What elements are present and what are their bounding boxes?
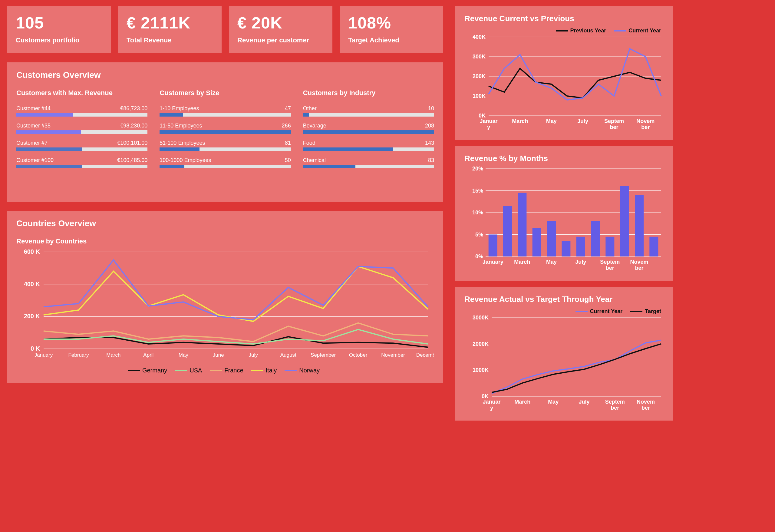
chart-subtitle: Revenue by Countries	[16, 237, 434, 245]
legend-label: Current Year	[629, 28, 661, 34]
bar-value: 50	[285, 157, 291, 163]
svg-text:Januar: Januar	[480, 118, 498, 124]
svg-text:June: June	[213, 352, 224, 358]
bar-label: 1-10 Employees	[159, 105, 199, 112]
legend-label: Germany	[142, 367, 167, 374]
bar-value: €86,723.00	[120, 105, 147, 112]
svg-text:0K: 0K	[479, 113, 486, 119]
svg-rect-51	[518, 193, 527, 256]
customers-overview-panel: Customers Overview Customers with Max. R…	[7, 62, 443, 202]
svg-text:y: y	[490, 405, 493, 411]
bar-value: 208	[425, 123, 434, 129]
bar-row: Customer #44€86,723.00	[16, 105, 147, 117]
bar-value: €100,101.00	[117, 140, 147, 146]
bar-value: 83	[428, 157, 434, 163]
section-title: Customers by Industry	[303, 89, 434, 97]
bar-track	[159, 147, 291, 151]
bar-label: 100-1000 Employees	[159, 157, 211, 163]
panel-title: Revenue Actual vs Target Through Year	[465, 295, 664, 304]
kpi-value: 105	[16, 13, 102, 32]
svg-rect-58	[620, 186, 629, 256]
bar-label: Customer #35	[16, 123, 51, 129]
svg-text:December: December	[416, 352, 434, 358]
bar-track	[16, 165, 147, 168]
svg-text:ber: ber	[641, 124, 650, 130]
svg-text:20%: 20%	[472, 166, 483, 172]
svg-text:200K: 200K	[473, 73, 486, 79]
legend-label: Previous Year	[570, 28, 606, 34]
revenue-pct-by-months-panel: Revenue % by Months 0%5%10%15%20%January…	[455, 146, 673, 281]
svg-text:July: July	[575, 259, 586, 265]
bar-track	[16, 130, 147, 134]
legend-item: Previous Year	[556, 28, 606, 34]
bar-label: 51-100 Employees	[159, 140, 205, 146]
svg-text:100K: 100K	[473, 93, 486, 99]
legend-label: Norway	[299, 367, 320, 374]
svg-text:March: March	[514, 399, 530, 405]
svg-text:ber: ber	[635, 265, 643, 271]
legend-swatch	[614, 30, 626, 31]
svg-rect-52	[533, 228, 541, 256]
svg-text:January: January	[34, 352, 53, 358]
legend-item: Germany	[128, 367, 167, 374]
svg-text:ber: ber	[610, 124, 619, 130]
kpi-value: € 20K	[237, 13, 324, 32]
svg-text:May: May	[546, 259, 557, 265]
bar-fill	[303, 165, 355, 168]
legend-item: Current Year	[576, 308, 623, 315]
bar-label: 11-50 Employees	[159, 123, 202, 129]
bar-row: 51-100 Employees81	[159, 140, 291, 151]
svg-text:0K: 0K	[482, 393, 489, 399]
svg-text:300K: 300K	[473, 54, 486, 60]
svg-rect-57	[606, 237, 614, 256]
svg-text:Januar: Januar	[483, 399, 501, 405]
revenue-current-vs-previous-panel: Revenue Current vs Previous Previous Yea…	[455, 6, 673, 140]
revenue-actual-vs-target-panel: Revenue Actual vs Target Through Year Cu…	[455, 287, 673, 421]
bar-track	[16, 147, 147, 151]
kpi-revenue-per-customer: € 20K Revenue per customer	[229, 6, 332, 53]
bar-fill	[303, 130, 434, 134]
svg-text:y: y	[487, 124, 490, 130]
svg-text:0 K: 0 K	[31, 345, 40, 352]
svg-text:July: July	[249, 352, 258, 358]
kpi-label: Revenue per customer	[237, 36, 324, 44]
bar-label: Food	[303, 140, 315, 146]
bar-track	[303, 130, 434, 134]
legend-item: Target	[630, 308, 661, 315]
countries-overview-panel: Countries Overview Revenue by Countries …	[7, 211, 443, 383]
svg-rect-56	[591, 221, 600, 256]
bar-row: Customer #7€100,101.00	[16, 140, 147, 151]
legend-item: Italy	[251, 367, 277, 374]
bar-fill	[159, 113, 183, 117]
section-title: Customers with Max. Revenue	[16, 89, 147, 97]
bar-track	[159, 130, 291, 134]
svg-text:August: August	[280, 352, 296, 358]
bar-value: 81	[285, 140, 291, 146]
bar-label: Other	[303, 105, 317, 112]
svg-text:May: May	[546, 118, 557, 124]
legend-item: Current Year	[614, 28, 661, 34]
svg-rect-59	[635, 195, 644, 256]
legend-swatch	[576, 311, 588, 312]
bar-fill	[159, 147, 199, 151]
svg-text:3000K: 3000K	[473, 315, 489, 321]
svg-text:May: May	[179, 352, 189, 358]
revenue-by-countries-chart: 0 K200 K400 K600 KJanuaryFebruaryMarchAp…	[16, 249, 434, 364]
svg-text:Septem: Septem	[604, 118, 624, 124]
panel-title: Customers Overview	[16, 70, 434, 80]
svg-rect-53	[547, 221, 556, 256]
svg-text:Novem: Novem	[630, 259, 648, 265]
bar-track	[159, 113, 291, 117]
legend-swatch	[210, 370, 222, 371]
panel-title: Revenue Current vs Previous	[465, 14, 664, 23]
revenue-actual-vs-target-chart: 0K1000K2000K3000KJanuaryMarchMayJulySept…	[465, 315, 664, 415]
legend-swatch	[630, 311, 642, 312]
bar-row: Bevarage208	[303, 123, 434, 134]
svg-text:October: October	[349, 352, 367, 358]
legend-label: Italy	[266, 367, 277, 374]
legend-label: USA	[189, 367, 202, 374]
svg-text:July: July	[579, 399, 590, 405]
svg-text:September: September	[310, 352, 336, 358]
bar-label: Customer #100	[16, 157, 54, 163]
svg-text:5%: 5%	[475, 231, 483, 238]
